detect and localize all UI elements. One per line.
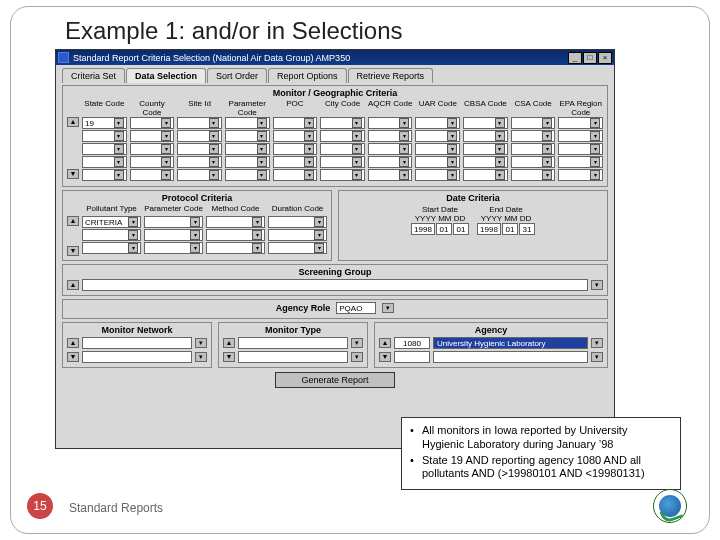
city-code-input[interactable]: ▾ (320, 169, 365, 181)
param-code-input[interactable]: ▾ (144, 242, 203, 254)
parameter-code-input[interactable]: ▾ (225, 156, 270, 168)
csa-code-input[interactable]: ▾ (511, 130, 556, 142)
agency-role-input[interactable]: PQAO (336, 302, 376, 314)
cbsa-code-input[interactable]: ▾ (463, 130, 508, 142)
csa-code-input[interactable]: ▾ (511, 117, 556, 129)
chevron-down-icon[interactable]: ▾ (304, 118, 314, 128)
duration-code-input[interactable]: ▾ (268, 229, 327, 241)
chevron-down-icon[interactable]: ▾ (161, 144, 171, 154)
chevron-down-icon[interactable]: ▾ (495, 170, 505, 180)
state-code-input[interactable]: ▾ (82, 169, 127, 181)
duration-code-input[interactable]: ▾ (268, 216, 327, 228)
chevron-down-icon[interactable]: ▾ (257, 131, 267, 141)
poc-input[interactable]: ▾ (273, 169, 318, 181)
county-code-input[interactable]: ▾ (130, 156, 175, 168)
chevron-down-icon[interactable]: ▾ (447, 157, 457, 167)
city-code-input[interactable]: ▾ (320, 130, 365, 142)
chevron-down-icon[interactable]: ▾ (399, 157, 409, 167)
ag-nav-up-icon[interactable]: ▲ (379, 338, 391, 348)
chevron-down-icon[interactable]: ▾ (399, 118, 409, 128)
chevron-down-icon[interactable]: ▾ (382, 303, 394, 313)
chevron-down-icon[interactable]: ▾ (352, 118, 362, 128)
poc-input[interactable]: ▾ (273, 156, 318, 168)
chevron-down-icon[interactable]: ▾ (590, 118, 600, 128)
chevron-down-icon[interactable]: ▾ (590, 144, 600, 154)
mt-nav-up-icon[interactable]: ▲ (223, 338, 235, 348)
generate-report-button[interactable]: Generate Report (275, 372, 395, 388)
chevron-down-icon[interactable]: ▾ (114, 170, 124, 180)
monitor-type-input[interactable] (238, 351, 348, 363)
chevron-down-icon[interactable]: ▾ (351, 352, 363, 362)
cbsa-code-input[interactable]: ▾ (463, 117, 508, 129)
chevron-down-icon[interactable]: ▾ (161, 131, 171, 141)
chevron-down-icon[interactable]: ▾ (399, 170, 409, 180)
chevron-down-icon[interactable]: ▾ (257, 170, 267, 180)
chevron-down-icon[interactable]: ▾ (257, 118, 267, 128)
state-code-input[interactable]: 19▾ (82, 117, 127, 129)
aqcr-code-input[interactable]: ▾ (368, 143, 413, 155)
chevron-down-icon[interactable]: ▾ (542, 131, 552, 141)
start-day-input[interactable]: 01 (453, 223, 469, 235)
chevron-down-icon[interactable]: ▾ (128, 230, 138, 240)
chevron-down-icon[interactable]: ▾ (209, 144, 219, 154)
chevron-down-icon[interactable]: ▾ (495, 131, 505, 141)
chevron-down-icon[interactable]: ▾ (252, 217, 262, 227)
method-code-input[interactable]: ▾ (206, 229, 265, 241)
state-code-input[interactable]: ▾ (82, 143, 127, 155)
city-code-input[interactable]: ▾ (320, 117, 365, 129)
chevron-down-icon[interactable]: ▾ (252, 243, 262, 253)
aqcr-code-input[interactable]: ▾ (368, 130, 413, 142)
chevron-down-icon[interactable]: ▾ (209, 118, 219, 128)
chevron-down-icon[interactable]: ▾ (590, 170, 600, 180)
aqcr-code-input[interactable]: ▾ (368, 117, 413, 129)
chevron-down-icon[interactable]: ▾ (447, 170, 457, 180)
minimize-button[interactable]: _ (568, 52, 582, 64)
uar-code-input[interactable]: ▾ (415, 130, 460, 142)
chevron-down-icon[interactable]: ▾ (542, 144, 552, 154)
epa-region-code-input[interactable]: ▾ (558, 130, 603, 142)
chevron-down-icon[interactable]: ▾ (161, 170, 171, 180)
chevron-down-icon[interactable]: ▾ (591, 338, 603, 348)
chevron-down-icon[interactable]: ▾ (447, 118, 457, 128)
chevron-down-icon[interactable]: ▾ (304, 170, 314, 180)
chevron-down-icon[interactable]: ▾ (447, 131, 457, 141)
chevron-down-icon[interactable]: ▾ (314, 217, 324, 227)
chevron-down-icon[interactable]: ▾ (352, 170, 362, 180)
city-code-input[interactable]: ▾ (320, 156, 365, 168)
chevron-down-icon[interactable]: ▾ (352, 131, 362, 141)
cbsa-code-input[interactable]: ▾ (463, 143, 508, 155)
mn-nav-up-icon[interactable]: ▲ (67, 338, 79, 348)
uar-code-input[interactable]: ▾ (415, 117, 460, 129)
end-month-input[interactable]: 01 (502, 223, 518, 235)
chevron-down-icon[interactable]: ▾ (591, 280, 603, 290)
chevron-down-icon[interactable]: ▾ (447, 144, 457, 154)
chevron-down-icon[interactable]: ▾ (351, 338, 363, 348)
pollutant-type-input[interactable]: ▾ (82, 242, 141, 254)
geo-nav-down-icon[interactable]: ▼ (67, 169, 79, 179)
chevron-down-icon[interactable]: ▾ (209, 157, 219, 167)
monitor-network-input[interactable] (82, 351, 192, 363)
agency-code-input[interactable]: 1080 (394, 337, 430, 349)
state-code-input[interactable]: ▾ (82, 130, 127, 142)
chevron-down-icon[interactable]: ▾ (314, 243, 324, 253)
monitor-network-input[interactable] (82, 337, 192, 349)
parameter-code-input[interactable]: ▾ (225, 130, 270, 142)
chevron-down-icon[interactable]: ▾ (190, 230, 200, 240)
duration-code-input[interactable]: ▾ (268, 242, 327, 254)
site-id-input[interactable]: ▾ (177, 156, 222, 168)
parameter-code-input[interactable]: ▾ (225, 117, 270, 129)
mn-nav-down-icon[interactable]: ▼ (67, 352, 79, 362)
cbsa-code-input[interactable]: ▾ (463, 169, 508, 181)
chevron-down-icon[interactable]: ▾ (352, 157, 362, 167)
uar-code-input[interactable]: ▾ (415, 143, 460, 155)
chevron-down-icon[interactable]: ▾ (114, 157, 124, 167)
param-code-input[interactable]: ▾ (144, 216, 203, 228)
chevron-down-icon[interactable]: ▾ (542, 170, 552, 180)
poc-input[interactable]: ▾ (273, 117, 318, 129)
tab-data-selection[interactable]: Data Selection (126, 68, 206, 83)
chevron-down-icon[interactable]: ▾ (304, 131, 314, 141)
epa-region-code-input[interactable]: ▾ (558, 117, 603, 129)
state-code-input[interactable]: ▾ (82, 156, 127, 168)
chevron-down-icon[interactable]: ▾ (252, 230, 262, 240)
param-code-input[interactable]: ▾ (144, 229, 203, 241)
